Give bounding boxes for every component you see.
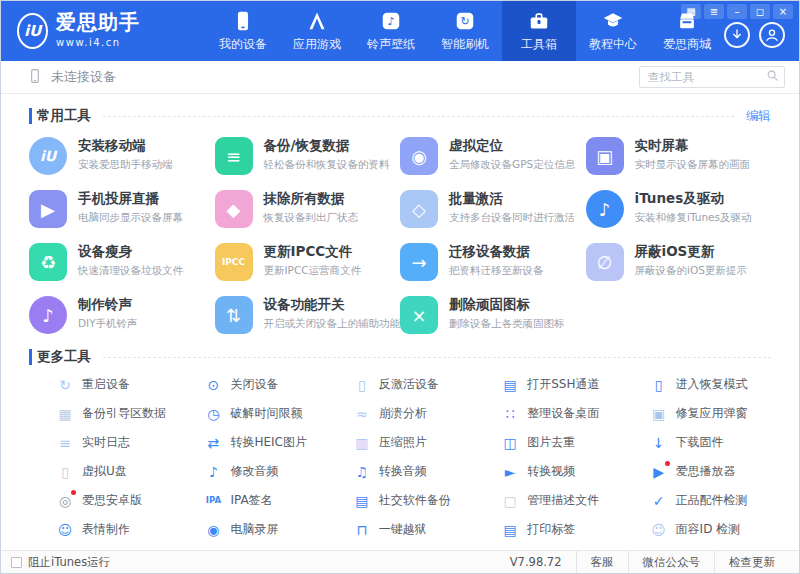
smiley-icon: ☺ (57, 522, 73, 538)
nav-toolbox[interactable]: 工具箱 (502, 1, 576, 61)
mtool-recovery-mode[interactable]: ▯进入恢复模式 (623, 376, 771, 393)
mtool-label: 打开SSH通道 (527, 376, 599, 393)
tool-virtual-location[interactable]: ◉ 虚拟定位全局修改设备GPS定位信息 (400, 137, 586, 175)
section-title: 常用工具 (29, 107, 91, 125)
search-icon[interactable] (765, 68, 780, 87)
edit-link[interactable]: 编辑 (746, 108, 771, 125)
phone-outline-icon (27, 68, 43, 87)
mtool-edit-audio[interactable]: ♪修改音频 (177, 463, 325, 480)
power-icon: ⊙ (205, 377, 221, 393)
music-note-icon: ♪ (380, 10, 402, 32)
tool-itunes-driver[interactable]: ♪ iTunes及驱动安装和修复iTunes及驱动 (586, 190, 772, 228)
tool-install-mobile[interactable]: iU 安装移动端安装爱思助手移动端 (29, 137, 215, 175)
nav-label: 工具箱 (521, 36, 557, 53)
download-manager-button[interactable] (724, 22, 750, 48)
wave-icon: ≈ (354, 406, 370, 422)
mtool-faceid-check[interactable]: ☺面容ID 检测 (623, 521, 771, 538)
common-tools-header: 常用工具 编辑 (29, 107, 771, 125)
live-screen-icon: ▣ (586, 137, 624, 175)
tool-device-switches[interactable]: ⇅ 设备功能开关开启或关闭设备上的辅助功能 (215, 296, 401, 334)
nav-tutorials[interactable]: 教程中心 (576, 1, 650, 61)
mtool-fix-app-popup[interactable]: ▣修复应用弹窗 (623, 405, 771, 422)
mtool-convert-audio[interactable]: ♫转换音频 (326, 463, 474, 480)
itunes-driver-icon: ♪ (586, 190, 624, 228)
minimize-icon[interactable]: – (727, 4, 747, 19)
skin-theme-icon[interactable]: ▩ (681, 4, 701, 19)
menu-icon[interactable]: ≣ (704, 4, 724, 19)
mtool-virtual-udisk[interactable]: ▯虚拟U盘 (29, 463, 177, 480)
mtool-i4-player[interactable]: ▶爱思播放器 (623, 463, 771, 480)
mtool-shutdown-device[interactable]: ⊙关闭设备 (177, 376, 325, 393)
close-icon[interactable]: × (773, 4, 793, 19)
support-link[interactable]: 客服 (576, 551, 628, 574)
tool-title: 设备功能开关 (264, 297, 401, 313)
tool-make-ringtone[interactable]: ♪ 制作铃声DIY手机铃声 (29, 296, 215, 334)
tool-live-screen[interactable]: ▣ 实时屏幕实时显示设备屏幕的画面 (586, 137, 772, 175)
mtool-crash-analysis[interactable]: ≈崩溃分析 (326, 405, 474, 422)
mtool-realtime-log[interactable]: ≡实时日志 (29, 434, 177, 451)
mtool-label: 崩溃分析 (379, 405, 427, 422)
tool-subtitle: 屏蔽设备的iOS更新提示 (635, 264, 747, 276)
nav-apps-games[interactable]: 应用游戏 (280, 1, 354, 61)
refresh-icon: ↻ (454, 10, 476, 32)
nav-label: 铃声壁纸 (367, 36, 415, 53)
toolbox-icon (528, 10, 550, 32)
tool-block-ios-update[interactable]: ∅ 屏蔽iOS更新屏蔽设备的iOS更新提示 (586, 243, 772, 281)
mtool-crack-time-limit[interactable]: ◷破解时间限额 (177, 405, 325, 422)
mtool-label: 实时日志 (82, 434, 130, 451)
ipa-icon: IPA (205, 493, 221, 509)
mtool-sticker-maker[interactable]: ☺表情制作 (29, 521, 177, 538)
mtool-print-label[interactable]: ▤打印标签 (474, 521, 622, 538)
mtool-screen-record[interactable]: ◉电脑录屏 (177, 521, 325, 538)
tool-backup-restore[interactable]: ≡ 备份/恢复数据轻松备份和恢复设备的资料 (215, 137, 401, 175)
block-itunes-label[interactable]: 阻止iTunes运行 (28, 555, 110, 570)
mtool-label: 社交软件备份 (379, 492, 451, 509)
convert-icon: ⇄ (205, 435, 221, 451)
mtool-open-ssh[interactable]: ▤打开SSH通道 (474, 376, 622, 393)
header: iU 爱思助手 www.i4.cn 我的设备 应用游戏 ♪ 铃声壁纸 ↻ 智能刷… (1, 1, 799, 61)
mtool-organize-desktop[interactable]: ∷整理设备桌面 (474, 405, 622, 422)
mtool-label: 反激活设备 (379, 376, 439, 393)
nav-ringtones-wallpapers[interactable]: ♪ 铃声壁纸 (354, 1, 428, 61)
mtool-backup-boot-data[interactable]: ▦备份引导区数据 (29, 405, 177, 422)
brand-site: www.i4.cn (56, 37, 120, 48)
phone-icon (232, 10, 254, 32)
check-update-link[interactable]: 检查更新 (714, 551, 789, 574)
mtool-image-dedup[interactable]: ◫图片去重 (474, 434, 622, 451)
mtool-convert-heic[interactable]: ⇄转换HEIC图片 (177, 434, 325, 451)
mtool-restart-device[interactable]: ↻重启设备 (29, 376, 177, 393)
mtool-label: 一键越狱 (379, 521, 427, 538)
block-itunes-checkbox[interactable] (11, 557, 22, 568)
mtool-i4-android[interactable]: ◎爱思安卓版 (29, 492, 177, 509)
mtool-label: 表情制作 (82, 521, 130, 538)
wechat-link[interactable]: 微信公众号 (628, 551, 715, 574)
mtool-manage-profiles[interactable]: ▢管理描述文件 (474, 492, 622, 509)
mtool-deactivate-device[interactable]: ▯反激活设备 (326, 376, 474, 393)
tool-screen-mirror[interactable]: ▶ 手机投屏直播电脑同步显示设备屏幕 (29, 190, 215, 228)
mtool-convert-video[interactable]: ►转换视频 (474, 463, 622, 480)
mtool-accessory-check[interactable]: ✓正品配件检测 (623, 492, 771, 509)
tool-update-ipcc[interactable]: IPCC 更新IPCC文件更新IPCC运营商文件 (215, 243, 401, 281)
mtool-download-firmware[interactable]: ↓下载固件 (623, 434, 771, 451)
tool-migrate-data[interactable]: → 迁移设备数据把资料迁移至新设备 (400, 243, 586, 281)
mtool-jailbreak[interactable]: ⊓一键越狱 (326, 521, 474, 538)
maximize-icon[interactable]: ◻ (750, 4, 770, 19)
mtool-compress-photo[interactable]: ▥压缩照片 (326, 434, 474, 451)
tool-subtitle: 轻松备份和恢复设备的资料 (264, 158, 390, 170)
tool-device-slim[interactable]: ♻ 设备瘦身快速清理设备垃圾文件 (29, 243, 215, 281)
mtool-ipa-sign[interactable]: IPAIPA签名 (177, 492, 325, 509)
tool-batch-activate[interactable]: ◇ 批量激活支持多台设备同时进行激活 (400, 190, 586, 228)
nav-my-devices[interactable]: 我的设备 (206, 1, 280, 61)
faceid-icon: ☺ (651, 522, 667, 538)
audio-edit-icon: ♪ (205, 464, 221, 480)
mtool-social-backup[interactable]: ▤社交软件备份 (326, 492, 474, 509)
user-account-button[interactable] (759, 22, 785, 48)
tool-delete-stubborn-icons[interactable]: × 删除顽固图标删除设备上各类顽固图标 (400, 296, 586, 334)
nav-smart-flash[interactable]: ↻ 智能刷机 (428, 1, 502, 61)
mtool-label: 整理设备桌面 (527, 405, 599, 422)
search-input[interactable] (648, 70, 765, 84)
mtool-label: 转换音频 (379, 463, 427, 480)
nav-label: 应用游戏 (293, 36, 341, 53)
device-slim-icon: ♻ (29, 243, 67, 281)
tool-erase-data[interactable]: ◆ 抹除所有数据恢复设备到出厂状态 (215, 190, 401, 228)
